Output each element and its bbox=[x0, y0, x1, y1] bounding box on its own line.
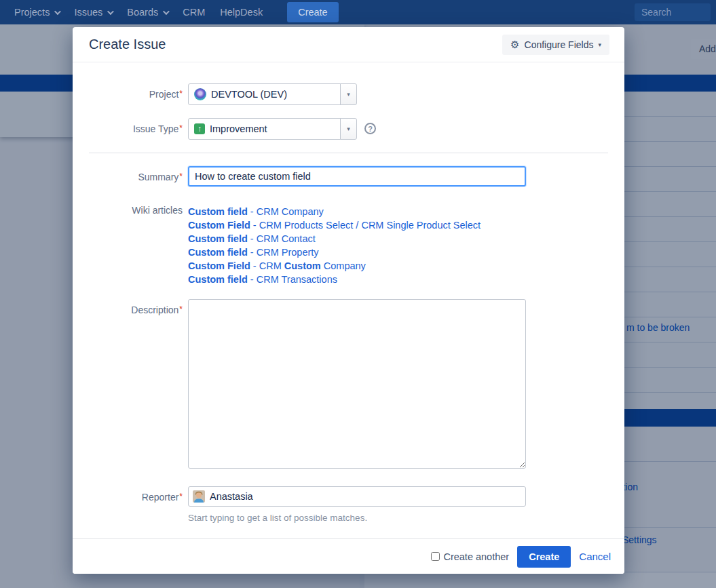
wiki-link-rest: - CRM Contact bbox=[248, 233, 316, 244]
configure-fields-button[interactable]: ⚙ Configure Fields ▾ bbox=[502, 35, 609, 55]
search-input[interactable] bbox=[635, 3, 711, 21]
nav-item-label: HelpDesk bbox=[220, 7, 263, 18]
configure-fields-label: Configure Fields bbox=[525, 39, 594, 50]
project-select[interactable]: DEVTOOL (DEV) ▾ bbox=[188, 83, 357, 105]
nav-item-projects[interactable]: Projects bbox=[14, 7, 59, 18]
project-field-row: Project DEVTOOL (DEV) ▾ bbox=[89, 83, 608, 105]
reporter-avatar bbox=[193, 490, 205, 503]
project-label: Project bbox=[89, 83, 183, 100]
wiki-link-bold: Custom field bbox=[188, 247, 248, 258]
issue-type-value-text: Improvement bbox=[210, 123, 267, 134]
wiki-link-rest: - CRM Transactions bbox=[248, 274, 337, 285]
nav-item-label: Projects bbox=[14, 7, 50, 18]
description-textarea[interactable] bbox=[188, 299, 526, 469]
wiki-articles-row: Wiki articles Custom field - CRM Company… bbox=[89, 201, 608, 286]
nav-item-crm[interactable]: CRM bbox=[183, 7, 205, 18]
summary-input[interactable] bbox=[188, 166, 526, 187]
wiki-link-bold: Custom Field bbox=[188, 220, 250, 231]
wiki-article-link[interactable]: Custom field - CRM Contact bbox=[188, 232, 481, 246]
wiki-article-link[interactable]: Custom field - CRM Property bbox=[188, 246, 481, 259]
wiki-link-bold: Custom Field bbox=[188, 260, 250, 271]
wiki-articles-list: Custom field - CRM Company Custom Field … bbox=[188, 201, 481, 286]
project-dropdown-button[interactable]: ▾ bbox=[340, 83, 357, 105]
wiki-link-rest: - CRM Company bbox=[248, 206, 324, 217]
wiki-article-link[interactable]: Custom Field - CRM Custom Company bbox=[188, 259, 481, 273]
project-avatar-icon bbox=[194, 88, 206, 100]
create-another-label: Create another bbox=[443, 551, 509, 562]
reporter-input[interactable] bbox=[210, 491, 521, 502]
reporter-picker[interactable] bbox=[188, 486, 526, 507]
wiki-articles-label: Wiki articles bbox=[89, 201, 183, 216]
description-label: Description bbox=[89, 299, 183, 315]
chevron-down-icon: ▾ bbox=[598, 41, 601, 48]
wiki-link-bold: Custom bbox=[284, 260, 321, 271]
project-value-text: DEVTOOL (DEV) bbox=[211, 89, 287, 100]
nav-item-label: CRM bbox=[183, 7, 205, 18]
create-another-option[interactable]: Create another bbox=[431, 551, 509, 562]
nav-create-button[interactable]: Create bbox=[287, 2, 339, 22]
dialog-title: Create Issue bbox=[89, 37, 166, 52]
summary-field-row: Summary bbox=[89, 166, 608, 187]
wiki-article-link[interactable]: Custom field - CRM Transactions bbox=[188, 273, 481, 286]
summary-label: Summary bbox=[89, 166, 183, 182]
dialog-footer: Create another Create Cancel bbox=[73, 538, 624, 574]
issue-type-dropdown-button[interactable]: ▾ bbox=[340, 118, 357, 140]
dialog-header: Create Issue ⚙ Configure Fields ▾ bbox=[73, 27, 624, 62]
wiki-link-bold: Custom field bbox=[188, 233, 248, 244]
nav-item-label: Issues bbox=[74, 7, 102, 18]
reporter-field-row: Reporter Start typing to get a list of p… bbox=[89, 486, 608, 523]
issue-type-label: Issue Type bbox=[89, 118, 183, 134]
create-button[interactable]: Create bbox=[517, 546, 571, 568]
nav-item-issues[interactable]: Issues bbox=[74, 7, 112, 18]
improvement-icon: ↑ bbox=[194, 123, 205, 134]
gear-icon: ⚙ bbox=[510, 39, 519, 50]
wiki-link-rest: - CRM Property bbox=[248, 247, 319, 258]
cancel-link[interactable]: Cancel bbox=[579, 551, 611, 562]
chevron-down-icon bbox=[107, 8, 114, 15]
wiki-article-link[interactable]: Custom field - CRM Company bbox=[188, 205, 481, 218]
wiki-link-rest: - CRM Products Select / CRM Single Produ… bbox=[250, 220, 481, 231]
form-divider bbox=[89, 153, 608, 153]
create-issue-dialog: Create Issue ⚙ Configure Fields ▾ Projec… bbox=[73, 27, 624, 574]
top-navigation-bar: Projects Issues Boards CRM HelpDesk Crea… bbox=[0, 0, 716, 24]
wiki-link-rest: Company bbox=[321, 260, 366, 271]
issue-type-select-value[interactable]: ↑ Improvement bbox=[188, 118, 341, 140]
issue-type-select[interactable]: ↑ Improvement ▾ bbox=[188, 118, 357, 140]
wiki-link-bold: Custom field bbox=[188, 274, 248, 285]
description-field-row: Description bbox=[89, 299, 608, 469]
wiki-article-link[interactable]: Custom Field - CRM Products Select / CRM… bbox=[188, 218, 481, 232]
wiki-link-rest: - CRM bbox=[250, 260, 284, 271]
nav-item-label: Boards bbox=[127, 7, 158, 18]
project-select-value[interactable]: DEVTOOL (DEV) bbox=[188, 83, 341, 105]
reporter-help-text: Start typing to get a list of possible m… bbox=[188, 513, 526, 523]
wiki-link-bold: Custom field bbox=[188, 206, 248, 217]
help-icon[interactable]: ? bbox=[364, 123, 376, 134]
dialog-body: Project DEVTOOL (DEV) ▾ Issue Type ↑ Imp… bbox=[73, 62, 624, 538]
create-another-checkbox[interactable] bbox=[431, 552, 440, 561]
issue-type-field-row: Issue Type ↑ Improvement ▾ ? bbox=[89, 118, 608, 140]
chevron-down-icon bbox=[163, 8, 170, 15]
reporter-label: Reporter bbox=[89, 486, 183, 503]
chevron-down-icon bbox=[54, 8, 61, 15]
nav-item-helpdesk[interactable]: HelpDesk bbox=[220, 7, 263, 18]
nav-item-boards[interactable]: Boards bbox=[127, 7, 168, 18]
